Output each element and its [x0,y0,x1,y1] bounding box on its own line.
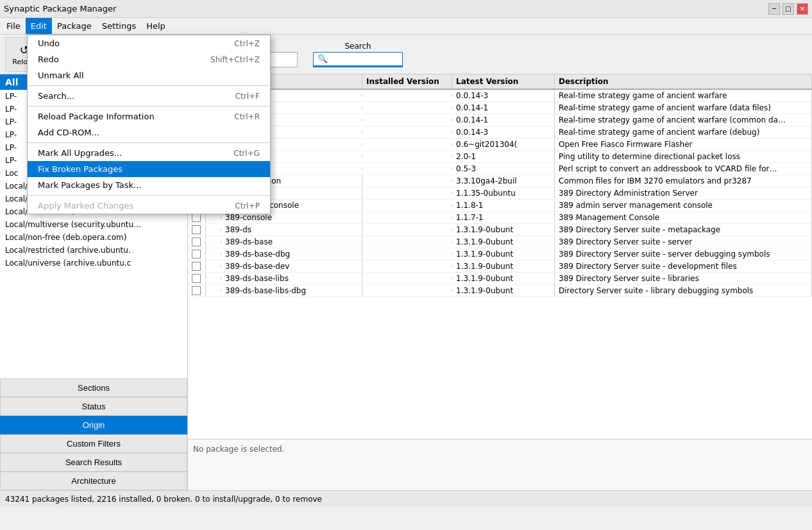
dropdown-item-redo[interactable]: RedoShift+Ctrl+Z [28,51,270,67]
table-row[interactable]: 389-admin 1.1.35-0ubuntu 389 Directory A… [188,187,812,200]
status-text: 43241 packages listed, 2216 installed, 0… [5,495,322,504]
sidebar-item-local-nonfree[interactable]: Local/non-free (deb.opera.com) [0,231,187,244]
row-name: 389-ds-base-dbg [221,248,362,260]
menu-shortcut: Ctrl+Z [234,39,260,48]
row-installed [362,107,452,109]
menu-separator [28,142,270,143]
table-row[interactable]: 389-ds-base-libs-dbg 1.3.1.9-0ubunt Dire… [188,285,812,297]
row-desc: Real-time strategy game of ancient warfa… [555,126,812,138]
search-input-area[interactable]: 🔍 [313,52,403,67]
table-row[interactable]: 389-ds-base-dev 1.3.1.9-0ubunt 389 Direc… [188,261,812,273]
table-row[interactable]: 0.0.14-1 Real-time strategy game of anci… [188,102,812,114]
row-installed [362,94,452,97]
table-row[interactable]: 389-ds-base-libs 1.3.1.9-0ubunt 389 Dire… [188,273,812,285]
row-latest: 1.3.1.9-0ubunt [452,261,555,272]
dropdown-item-mark-packages-by-task-[interactable]: Mark Packages by Task... [28,177,270,193]
dropdown-item-fix-broken-packages[interactable]: Fix Broken Packages [28,161,270,177]
row-latest: 0.6~git201304( [452,139,555,150]
row-latest: 1.3.1.9-0ubunt [452,285,555,296]
table-row[interactable]: 3270-common 3.3.10ga4-2buil Common files… [188,175,812,187]
dropdown-item-search-[interactable]: Search...Ctrl+F [28,88,270,104]
status-button[interactable]: Status [0,397,187,416]
menu-shortcut: Ctrl+G [233,149,260,158]
custom-filters-button[interactable]: Custom Filters [0,434,187,453]
row-installed [362,289,452,292]
row-checkbox[interactable] [192,250,201,259]
search-input[interactable] [330,55,394,64]
row-installed [362,277,452,280]
architecture-button[interactable]: Architecture [0,472,187,490]
menu-item-label: Redo [38,55,59,64]
menu-shortcut: Ctrl+R [234,112,260,121]
table-row[interactable]: 389-console 1.1.7-1 389 Management Conso… [188,212,812,224]
sidebar-item-local-universe[interactable]: Local/universe (archive.ubuntu.c [0,257,187,269]
table-row[interactable]: 0.0.14-1 Real-time strategy game of anci… [188,114,812,126]
row-installed [362,228,452,231]
menu-settings[interactable]: Settings [97,18,141,34]
row-checkbox[interactable] [192,213,201,222]
statusbar: 43241 packages listed, 2216 installed, 0… [0,490,812,507]
menu-item-label: Undo [38,38,60,48]
search-icon: 🔍 [317,54,328,64]
table-row[interactable]: 0.6~git201304( Open Free Fiasco Firmware… [188,139,812,151]
dropdown-item-undo[interactable]: UndoCtrl+Z [28,35,270,51]
row-name: 389-ds-base-dev [221,261,362,272]
table-row[interactable]: 389-ds 1.3.1.9-0ubunt 389 Directory Serv… [188,224,812,236]
row-desc: Perl script to convert an addressbook to… [555,163,812,175]
sections-button[interactable]: Sections [0,379,187,397]
row-installed [362,155,452,158]
row-installed [362,192,452,194]
minimize-button[interactable]: ─ [768,3,780,15]
table-row[interactable]: 0.0.14-3 Real-time strategy game of anci… [188,90,812,102]
row-latest: 1.3.1.9-0ubunt [452,248,555,260]
row-desc: 389 Management Console [555,212,812,223]
table-row[interactable]: 0.0.14-3 Real-time strategy game of anci… [188,126,812,139]
menu-package[interactable]: Package [52,18,97,34]
close-button[interactable]: ✕ [797,3,808,15]
row-status [206,265,221,268]
row-checkbox[interactable] [192,262,201,271]
menu-file[interactable]: File [1,18,26,34]
row-checkbox[interactable] [192,225,201,234]
dropdown-item-mark-all-upgrades-[interactable]: Mark All Upgrades...Ctrl+G [28,145,270,161]
table-row[interactable]: 0.5-3 Perl script to convert an addressb… [188,163,812,175]
sidebar-item-local-restricted[interactable]: Local/restricted (archive.ubuntu. [0,244,187,257]
titlebar-controls: ─ □ ✕ [768,3,808,15]
dropdown-item-reload-package-information[interactable]: Reload Package InformationCtrl+R [28,108,270,124]
sidebar-item-local-multi-security[interactable]: Local/multiverse (security.ubuntu… [0,218,187,231]
package-area: Package Installed Version Latest Version… [188,74,812,490]
table-row[interactable]: 389-ds-base 1.3.1.9-0ubunt 389 Directory… [188,236,812,248]
origin-button[interactable]: Origin [0,416,187,434]
table-row[interactable]: 389-ds-base-dbg 1.3.1.9-0ubunt 389 Direc… [188,248,812,261]
menu-separator [28,106,270,107]
dropdown-item-unmark-all[interactable]: Unmark All [28,67,270,83]
edit-dropdown-menu: UndoCtrl+ZRedoShift+Ctrl+ZUnmark AllSear… [27,35,271,214]
row-checkbox[interactable] [192,237,201,246]
row-desc: Directory Server suite - library debuggi… [555,285,812,296]
search-tab-area: Search 🔍 [313,42,403,67]
sidebar-buttons: Sections Status Origin Custom Filters Se… [0,379,187,490]
table-row[interactable]: 389-admin-console 1.1.8-1 389 admin serv… [188,200,812,212]
menu-edit[interactable]: Edit [26,18,52,34]
titlebar: Synaptic Package Manager ─ □ ✕ [0,0,812,18]
row-installed [362,204,452,207]
titlebar-title: Synaptic Package Manager [4,4,116,13]
maximize-button[interactable]: □ [782,3,794,15]
row-checkbox[interactable] [192,286,201,295]
row-desc: Real-time strategy game of ancient warfa… [555,114,812,126]
row-installed [362,265,452,268]
dropdown-item-add-cd-rom-[interactable]: Add CD-ROM... [28,124,270,141]
search-label: Search [344,42,371,51]
table-row[interactable]: 2.0-1 Ping utility to determine directio… [188,151,812,163]
row-checkbox[interactable] [192,274,201,283]
menu-item-label: Apply Marked Changes [38,201,133,210]
row-status [206,289,221,292]
row-latest: 1.3.1.9-0ubunt [452,273,555,284]
description-panel: No package is selected. [188,439,812,490]
row-status [206,253,221,255]
menu-help[interactable]: Help [141,18,171,34]
row-status [206,228,221,231]
menu-separator [28,195,270,196]
search-results-button[interactable]: Search Results [0,453,187,472]
row-desc: 389 admin server management console [555,200,812,211]
